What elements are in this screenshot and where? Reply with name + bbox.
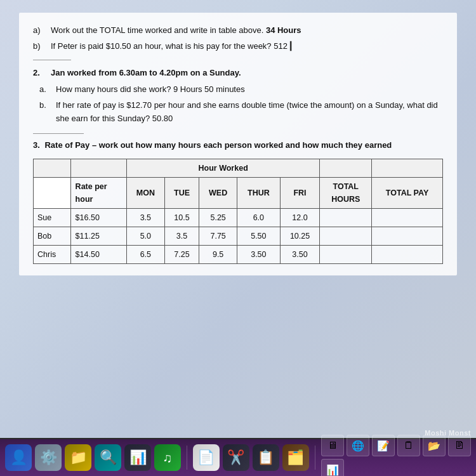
taskbar-icon-folder[interactable]: 📁 bbox=[65, 444, 91, 471]
cell-mon: 5.0 bbox=[126, 227, 164, 245]
q1b-text: If Peter is paid $10.50 an hour, what is… bbox=[51, 40, 443, 53]
th-tue: TUE bbox=[164, 177, 199, 208]
taskbar-icon-folder2[interactable]: 🗂️ bbox=[282, 444, 309, 471]
win-icon-1[interactable]: 🖥 bbox=[321, 435, 344, 456]
cell-total-pay bbox=[372, 227, 443, 245]
taskbar-icon-scissors[interactable]: ✂️ bbox=[223, 444, 249, 471]
win-icon-7[interactable]: 📊 bbox=[321, 459, 344, 476]
question-2a: a. How many hours did she work? 9 Hours … bbox=[39, 83, 443, 96]
th-fri: FRI bbox=[280, 177, 320, 208]
taskbar-separator-1 bbox=[187, 446, 187, 470]
taskbar-separator-2 bbox=[315, 446, 315, 470]
table-row: Bob$11.255.03.57.755.5010.25 bbox=[34, 227, 443, 245]
q2-number: 2. bbox=[33, 67, 46, 80]
cell-tue: 7.25 bbox=[164, 245, 199, 263]
th-empty-3 bbox=[320, 159, 372, 177]
win-icon-6[interactable]: 🖹 bbox=[448, 435, 471, 456]
taskbar-icon-spotify[interactable]: ♫ bbox=[154, 444, 181, 471]
cell-fri: 12.0 bbox=[280, 208, 320, 227]
cell-wed: 7.75 bbox=[199, 227, 237, 245]
cell-thur: 5.50 bbox=[237, 227, 280, 245]
cell-name: Bob bbox=[34, 227, 71, 245]
q2-title: Jan worked from 6.30am to 4.20pm on a Su… bbox=[51, 67, 241, 80]
cell-name: Sue bbox=[34, 208, 71, 227]
q1a-label: a) bbox=[33, 24, 46, 37]
cell-wed: 5.25 bbox=[199, 208, 237, 227]
cell-tue: 3.5 bbox=[164, 227, 199, 245]
cell-total bbox=[320, 208, 372, 227]
cell-rate: $14.50 bbox=[70, 245, 126, 263]
th-wed: WED bbox=[199, 177, 237, 208]
cell-total bbox=[320, 227, 372, 245]
taskbar-icon-file2[interactable]: 📋 bbox=[253, 444, 279, 471]
win-icon-5[interactable]: 📂 bbox=[423, 435, 446, 456]
th-total: TOTALHOURS bbox=[320, 177, 372, 208]
divider-2 bbox=[33, 133, 84, 134]
cell-thur: 6.0 bbox=[237, 208, 280, 227]
taskbar-icon-search[interactable]: 🔍 bbox=[95, 444, 121, 471]
question-3-title: 3. Rate of Pay – work out how many hours… bbox=[33, 139, 443, 152]
taskbar-left-group: 👤 ⚙️ 📁 🔍 📊 ♫ bbox=[5, 444, 181, 471]
cell-mon: 3.5 bbox=[126, 208, 164, 227]
cell-mon: 6.5 bbox=[126, 245, 164, 263]
th-rate-header: Rate perhour bbox=[70, 177, 126, 208]
th-name-header bbox=[34, 177, 71, 208]
taskbar-icon-doc[interactable]: 📄 bbox=[193, 444, 220, 471]
cell-total-pay bbox=[372, 245, 443, 263]
th-thur: THUR bbox=[237, 177, 280, 208]
taskbar-middle-group: 📄 ✂️ 📋 🗂️ bbox=[193, 444, 309, 471]
th-empty-4 bbox=[372, 159, 443, 177]
cell-wed: 9.5 bbox=[199, 245, 237, 263]
cell-rate: $11.25 bbox=[70, 227, 126, 245]
question-2-section: 2. Jan worked from 6.30am to 4.20pm on a… bbox=[33, 67, 443, 126]
th-mon: MON bbox=[126, 177, 164, 208]
table-row: Chris$14.506.57.259.53.503.50 bbox=[34, 245, 443, 263]
question-1b: b) If Peter is paid $10.50 an hour, what… bbox=[33, 40, 443, 53]
win-icon-2[interactable]: 🌐 bbox=[347, 435, 369, 456]
cell-thur: 3.50 bbox=[237, 245, 280, 263]
cell-tue: 10.5 bbox=[164, 208, 199, 227]
divider-1 bbox=[33, 60, 71, 60]
cell-total bbox=[320, 245, 372, 263]
q2a-text: How many hours did she work? 9 Hours 50 … bbox=[56, 83, 245, 96]
th-empty-2 bbox=[70, 159, 126, 177]
cell-name: Chris bbox=[34, 245, 71, 263]
taskbar-icon-monitor[interactable]: 📊 bbox=[124, 444, 151, 471]
question-1a: a) Work out the TOTAL time worked and wr… bbox=[33, 24, 443, 37]
cursor: ▎ bbox=[290, 41, 296, 51]
cell-fri: 10.25 bbox=[280, 227, 320, 245]
q2b-text: If her rate of pay is $12.70 per hour an… bbox=[56, 99, 443, 126]
q1a-text: Work out the TOTAL time worked and write… bbox=[51, 24, 443, 37]
th-empty-1 bbox=[34, 159, 71, 177]
cell-total-pay bbox=[372, 208, 443, 227]
taskbar: 👤 ⚙️ 📁 🔍 📊 ♫ 📄 ✂️ 📋 🗂️ 🖥 🌐 📝 🗒 📂 🖹 📊 bbox=[0, 439, 476, 476]
th-total-pay: TOTAL PAY bbox=[372, 177, 443, 208]
cell-fri: 3.50 bbox=[280, 245, 320, 263]
win-icon-3[interactable]: 📝 bbox=[372, 435, 395, 456]
taskbar-window-icons: 🖥 🌐 📝 🗒 📂 🖹 📊 bbox=[321, 435, 471, 476]
win-icon-4[interactable]: 🗒 bbox=[397, 435, 420, 456]
cell-rate: $16.50 bbox=[70, 208, 126, 227]
q1b-label: b) bbox=[33, 40, 46, 53]
rate-of-pay-table: Hour Worked Rate perhour MON TUE WED THU… bbox=[33, 159, 443, 264]
question-2b: b. If her rate of pay is $12.70 per hour… bbox=[39, 99, 443, 126]
table-row: Sue$16.503.510.55.256.012.0 bbox=[34, 208, 443, 227]
th-hour-worked: Hour Worked bbox=[126, 159, 320, 177]
taskbar-icon-settings[interactable]: ⚙️ bbox=[35, 444, 62, 471]
taskbar-icon-person[interactable]: 👤 bbox=[5, 444, 32, 471]
